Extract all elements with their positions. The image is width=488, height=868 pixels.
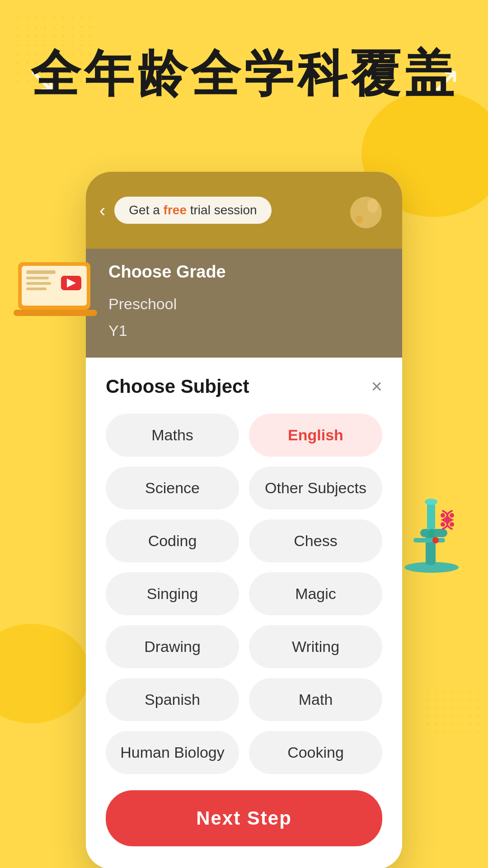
svg-point-21	[432, 537, 439, 543]
banner-character	[334, 192, 398, 246]
grade-section: Choose Grade Preschool Y1	[86, 249, 402, 358]
svg-point-13	[425, 499, 437, 505]
subject-drawing[interactable]: Drawing	[106, 625, 239, 668]
subject-english[interactable]: English	[249, 414, 382, 457]
svg-rect-12	[427, 502, 435, 531]
subject-singing[interactable]: Singing	[106, 572, 239, 615]
subject-modal: Choose Subject × Maths English Science O…	[86, 358, 402, 868]
subject-other[interactable]: Other Subjects	[249, 467, 382, 509]
subject-math[interactable]: Math	[249, 678, 382, 721]
modal-title: Choose Subject	[106, 376, 249, 397]
subject-grid: Maths English Science Other Subjects Cod…	[106, 414, 382, 774]
modal-header: Choose Subject ×	[106, 376, 382, 397]
grade-title: Choose Grade	[108, 262, 380, 282]
svg-point-17	[450, 513, 454, 518]
phone-container: ‹ Get a free trial session Choose Grade …	[86, 172, 402, 868]
grade-y1[interactable]: Y1	[108, 317, 380, 344]
bg-dots-bottomright	[425, 687, 479, 732]
svg-rect-15	[413, 538, 445, 542]
svg-point-20	[450, 522, 454, 527]
svg-point-19	[441, 522, 445, 527]
main-title: 全年龄全学科覆盖	[0, 45, 488, 103]
svg-point-16	[441, 513, 445, 518]
trial-bubble: Get a free trial session	[114, 197, 271, 224]
subject-cooking[interactable]: Cooking	[249, 731, 382, 774]
laptop-decoration	[14, 253, 99, 326]
svg-rect-4	[26, 282, 51, 285]
svg-rect-5	[26, 288, 47, 290]
grade-preschool[interactable]: Preschool	[108, 291, 380, 317]
subject-writing[interactable]: Writing	[249, 625, 382, 668]
subject-coding[interactable]: Coding	[106, 519, 239, 562]
svg-point-23	[367, 198, 378, 213]
svg-rect-3	[26, 277, 49, 279]
bg-blob-bottom	[0, 624, 90, 723]
next-step-button[interactable]: Next Step	[106, 790, 382, 846]
svg-rect-8	[14, 310, 97, 316]
svg-point-24	[356, 216, 363, 223]
modal-close-button[interactable]: ×	[371, 377, 382, 396]
subject-human-biology[interactable]: Human Biology	[106, 731, 239, 774]
subject-magic[interactable]: Magic	[249, 572, 382, 615]
subject-science[interactable]: Science	[106, 467, 239, 509]
svg-rect-2	[26, 270, 56, 274]
phone-banner: ‹ Get a free trial session	[86, 172, 402, 249]
subject-maths[interactable]: Maths	[106, 414, 239, 457]
trial-free: free	[164, 203, 187, 217]
svg-point-18	[445, 518, 450, 522]
subject-chess[interactable]: Chess	[249, 519, 382, 562]
subject-spanish[interactable]: Spanish	[106, 678, 239, 721]
microscope-decoration	[389, 488, 474, 574]
trial-prefix: Get a	[129, 203, 163, 217]
back-button[interactable]: ‹	[99, 200, 105, 221]
trial-suffix: trial session	[187, 203, 257, 217]
